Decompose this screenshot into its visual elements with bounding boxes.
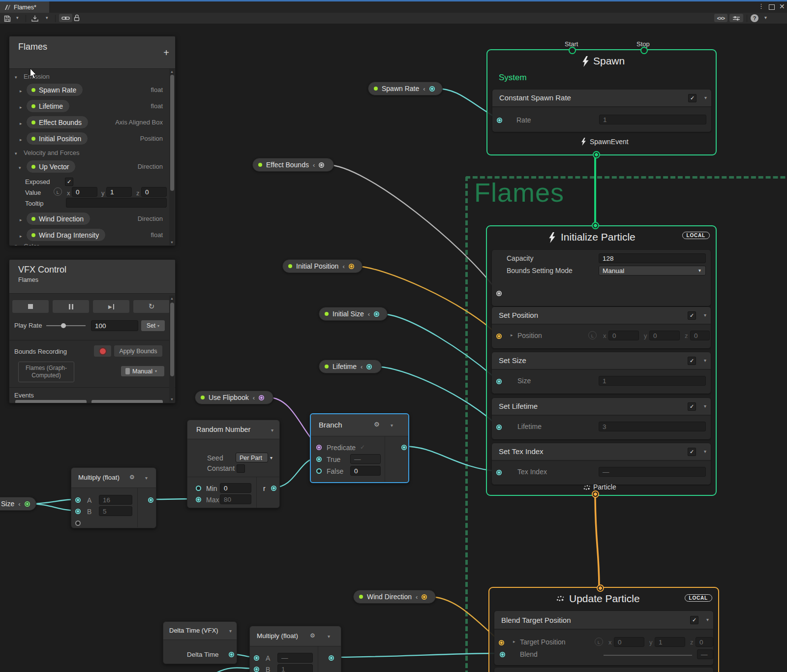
item-expander-icon[interactable]: ▸: [20, 137, 22, 142]
collapse-icon[interactable]: ‹: [313, 161, 315, 169]
max-field[interactable]: 80: [220, 494, 251, 504]
scrollbar-thumb[interactable]: [170, 303, 174, 376]
scrollbar-thumb[interactable]: [170, 75, 174, 191]
capacity-field[interactable]: 128: [599, 253, 706, 263]
up-vector-z-field[interactable]: 0: [141, 187, 167, 197]
collapse-icon[interactable]: ‹: [423, 85, 425, 92]
onplay-button-partial[interactable]: [15, 400, 87, 403]
import-icon[interactable]: [31, 15, 39, 22]
pill-spawn-rate[interactable]: Spawn Rate ‹: [368, 82, 443, 95]
block-enabled-checkbox[interactable]: ✓: [688, 402, 696, 411]
pill-out-port[interactable]: [374, 311, 379, 317]
collapse-icon[interactable]: ‹: [368, 310, 370, 318]
up-vector-x-field[interactable]: 0: [72, 187, 97, 197]
set-button[interactable]: Set▾: [141, 320, 165, 331]
block-enabled-checkbox[interactable]: ✓: [688, 311, 696, 320]
block-collapse-icon[interactable]: ▾: [704, 403, 706, 409]
true-field[interactable]: —: [350, 454, 381, 464]
toolbar-dropdown-icon[interactable]: ▾: [764, 15, 767, 20]
false-port[interactable]: [316, 468, 322, 474]
min-field[interactable]: 0: [220, 483, 251, 493]
pill-out-port[interactable]: [429, 86, 435, 92]
initialize-in-port[interactable]: [592, 222, 599, 229]
node-collapse-icon[interactable]: ▾: [328, 634, 330, 639]
vfx-control-panel[interactable]: VFX Control Flames ▶ ↻ Play Rate 100 Set…: [9, 259, 176, 403]
close-icon[interactable]: ✕: [779, 2, 785, 10]
node-collapse-icon[interactable]: ▾: [229, 628, 232, 634]
node-settings-icon[interactable]: ⚙: [374, 421, 380, 428]
play-rate-field[interactable]: 100: [91, 320, 138, 331]
initialize-space-badge[interactable]: LOCAL: [682, 232, 710, 239]
update-in-port[interactable]: [597, 584, 604, 592]
node-settings-icon[interactable]: ⚙: [129, 474, 135, 481]
position-z-field[interactable]: 0: [690, 331, 710, 340]
bounds-mode-dropdown[interactable]: Manual▾: [121, 366, 164, 376]
collapse-icon[interactable]: ‹: [253, 394, 255, 401]
pill-wind-direction[interactable]: Wind Direction ‹: [353, 590, 436, 604]
bounds-port[interactable]: [496, 291, 502, 296]
category-velocity-forces[interactable]: Velocity and Forces: [24, 149, 79, 156]
window-menu-icon[interactable]: ⋮: [758, 2, 764, 10]
tooltip-field[interactable]: [66, 198, 167, 208]
a-field[interactable]: —: [277, 653, 313, 663]
spawn-stop-port[interactable]: [640, 47, 648, 54]
lock-open-icon[interactable]: [74, 14, 80, 22]
pill-initial-position[interactable]: Initial Position ‹: [282, 259, 363, 273]
spawn-start-port[interactable]: [569, 47, 576, 54]
block-collapse-icon[interactable]: ▾: [706, 617, 709, 622]
bounds-setting-mode-dropdown[interactable]: Manual: [599, 266, 706, 275]
multiply-out-port[interactable]: [329, 655, 334, 661]
block-enabled-checkbox[interactable]: ✓: [690, 616, 698, 624]
set-lifetime-block[interactable]: Set Lifetime ✓ ▾ Lifetime 3: [492, 398, 711, 439]
a-port[interactable]: [75, 497, 81, 503]
item-expander-icon[interactable]: ▸: [20, 89, 22, 93]
pill-out-port[interactable]: [319, 162, 324, 168]
block-enabled-checkbox[interactable]: ✓: [688, 357, 696, 365]
branch-out-port[interactable]: [401, 445, 407, 450]
lifetime-port[interactable]: [496, 425, 502, 430]
seed-dropdown[interactable]: Per Part: [236, 453, 268, 462]
set-tex-index-block[interactable]: Set Tex Index ✓ ▾ Tex Index —: [492, 443, 711, 485]
true-port[interactable]: [316, 457, 322, 462]
rate-field[interactable]: 1: [599, 115, 706, 124]
filter-settings-button[interactable]: [729, 14, 743, 22]
tab-flames[interactable]: Flames*: [0, 1, 49, 13]
exposed-checkbox[interactable]: ✓: [65, 178, 73, 186]
rate-port[interactable]: [497, 118, 502, 123]
multiply-float-node-2[interactable]: Multiply (float) ⚙ ▾ A — B 1: [249, 626, 341, 672]
item-expander-icon[interactable]: ▸: [20, 105, 22, 110]
position-x-field[interactable]: 0: [608, 331, 639, 340]
pill-out-port[interactable]: [422, 594, 427, 600]
value-local-icon[interactable]: L: [54, 187, 62, 196]
lifetime-field[interactable]: 3: [599, 422, 706, 431]
property-up-vector[interactable]: Up Vector: [26, 160, 76, 173]
property-effect-bounds[interactable]: Effect Bounds: [26, 116, 89, 129]
pill-out-port[interactable]: [366, 364, 372, 369]
scroll-down-icon[interactable]: ▼: [170, 397, 174, 401]
blackboard-scrollbar[interactable]: ▲ ▼: [169, 69, 175, 245]
extra-port[interactable]: [75, 520, 81, 526]
block-collapse-icon[interactable]: ▾: [704, 95, 707, 100]
node-collapse-icon[interactable]: ▾: [145, 475, 148, 481]
property-initial-position[interactable]: Initial Position: [26, 132, 88, 145]
scroll-down-icon[interactable]: ▼: [170, 241, 174, 244]
save-icon[interactable]: [4, 15, 11, 22]
item-expander-icon[interactable]: ▾: [19, 165, 21, 170]
up-vector-y-field[interactable]: 1: [106, 187, 132, 197]
block-collapse-icon[interactable]: ▾: [704, 449, 706, 454]
show-code-button[interactable]: <×>: [714, 14, 727, 22]
category-color[interactable]: Color: [24, 243, 39, 246]
item-expander-icon[interactable]: ▸: [20, 121, 22, 126]
spawnevent-out-port[interactable]: [593, 151, 600, 158]
false-field[interactable]: 0: [350, 466, 381, 476]
update-space-badge[interactable]: LOCAL: [685, 594, 712, 602]
block-enabled-checkbox[interactable]: ✓: [688, 448, 696, 456]
target-position-port[interactable]: [499, 640, 504, 645]
delta-out-port[interactable]: [229, 652, 234, 657]
node-settings-icon[interactable]: ⚙: [310, 632, 315, 639]
b-field[interactable]: 5: [99, 506, 132, 516]
help-icon[interactable]: ?: [751, 14, 758, 22]
pill-initial-size[interactable]: Initial Size ‹: [319, 307, 388, 321]
item-expander-icon[interactable]: ▸: [20, 217, 22, 222]
pill-use-flipbook[interactable]: Use Flipbook ‹: [195, 391, 273, 404]
